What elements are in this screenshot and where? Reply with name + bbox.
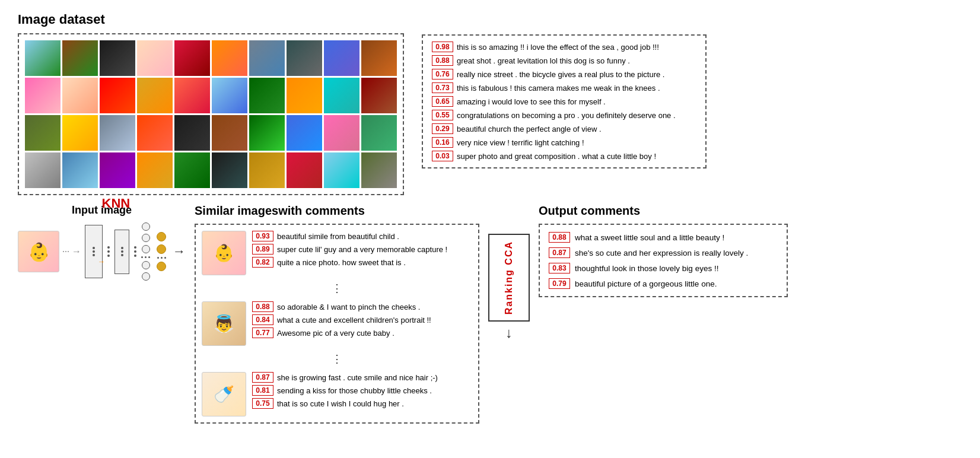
image-grid-cell xyxy=(361,115,397,151)
similar-comment-row: 0.93beautiful simile from beautiful chil… xyxy=(252,231,472,241)
output-box: 0.88what a sweet little soul and a littl… xyxy=(539,224,788,297)
output-score-badge: 0.87 xyxy=(549,247,570,258)
similar-score-badge: 0.75 xyxy=(252,398,273,409)
image-grid-cell xyxy=(174,78,210,113)
image-grid-cell xyxy=(212,115,247,151)
similar-comment-text: sending a kiss for those chubby little c… xyxy=(277,386,432,395)
comment-text: beautiful church the perfect angle of vi… xyxy=(457,125,602,133)
image-dataset-box xyxy=(18,33,404,195)
similar-score-badge: 0.87 xyxy=(252,372,273,383)
score-badge: 0.73 xyxy=(432,82,453,93)
image-grid-cell xyxy=(137,40,173,76)
output-comment-text: thoughtful look in those lovely big eyes… xyxy=(575,264,718,273)
image-grid-cell xyxy=(249,78,285,113)
similar-comment-text: super cute lil' guy and a very memorable… xyxy=(277,245,447,254)
dataset-comments-box: 0.98this is so amazing !! i love the eff… xyxy=(422,34,707,168)
similar-score-badge: 0.77 xyxy=(252,327,273,338)
dataset-comment-row: 0.16very nice view ! terrific light catc… xyxy=(432,137,696,148)
comment-text: very nice view ! terrific light catching… xyxy=(457,138,584,147)
comment-text: amazing i would love to see this for mys… xyxy=(457,97,606,106)
image-grid-cell xyxy=(100,115,135,151)
score-badge: 0.65 xyxy=(432,96,453,107)
score-badge: 0.16 xyxy=(432,137,453,148)
similar-image: 👶 xyxy=(202,231,246,275)
image-grid-cell xyxy=(62,115,98,151)
ranking-arrow-down: ↓ xyxy=(505,325,513,341)
knn-label: KNN xyxy=(102,196,131,211)
image-grid-cell xyxy=(174,40,210,76)
output-score-badge: 0.79 xyxy=(549,278,570,289)
output-comment-text: what a sweet little soul and a little be… xyxy=(575,233,724,242)
dataset-comment-row: 0.73this is fabulous ! this camera makes… xyxy=(432,82,696,93)
similar-comment-row: 0.84what a cute and excellent children's… xyxy=(252,314,472,325)
ranking-label: Ranking CCA xyxy=(504,241,514,314)
similar-comment-text: Awesome pic of a very cute baby . xyxy=(277,329,394,338)
similar-comment-text: she is growing fast . cute smile and nic… xyxy=(277,373,438,382)
similar-images-section: Similar imageswith comments 👶0.93beautif… xyxy=(195,204,479,424)
input-nn-row: 👶 → → xyxy=(18,222,186,281)
comment-text: really nice street . the bicycle gives a… xyxy=(457,70,664,79)
similar-comment-text: beautiful simile from beautiful child . xyxy=(277,232,399,241)
similar-group: 👶0.93beautiful simile from beautiful chi… xyxy=(202,231,472,275)
image-grid-cell xyxy=(249,40,285,76)
output-title: Output comments xyxy=(539,204,788,218)
similar-comments-list: 0.93beautiful simile from beautiful chil… xyxy=(252,231,472,268)
dataset-comment-row: 0.03super photo and great composition . … xyxy=(432,151,696,161)
image-grid-cell xyxy=(62,152,98,188)
similar-comment-row: 0.87she is growing fast . cute smile and… xyxy=(252,372,472,383)
image-grid-cell xyxy=(174,152,210,188)
similar-comment-text: what a cute and excellent children's por… xyxy=(277,316,431,325)
image-grid-cell xyxy=(25,115,61,151)
comment-text: great shot . great levitation lol this d… xyxy=(457,56,630,65)
comment-text: this is fabulous ! this camera makes me … xyxy=(457,84,660,93)
similar-score-badge: 0.88 xyxy=(252,301,273,312)
image-grid-cell xyxy=(62,78,98,113)
output-section: Output comments 0.88what a sweet little … xyxy=(539,204,788,297)
image-grid-cell xyxy=(324,40,359,76)
image-grid-cell xyxy=(174,115,210,151)
comment-text: congratulations on becoming a pro . you … xyxy=(457,111,676,120)
similar-group-divider: ⋮ xyxy=(202,351,472,367)
output-comment-text: she's so cute and her expression is real… xyxy=(575,249,748,257)
input-image-section: Input image 👶 → → xyxy=(18,204,186,281)
image-grid-cell xyxy=(212,78,247,113)
image-grid-cell xyxy=(137,152,173,188)
image-grid-cell xyxy=(249,152,285,188)
input-baby-photo: 👶 xyxy=(18,231,59,272)
similar-group: 🍼0.87she is growing fast . cute smile an… xyxy=(202,372,472,416)
image-grid-cell xyxy=(212,40,247,76)
image-dataset-title: Image dataset xyxy=(18,12,404,27)
dataset-comment-row: 0.65amazing i would love to see this for… xyxy=(432,96,696,107)
similar-comment-row: 0.82quite a nice photo. how sweet that i… xyxy=(252,257,472,268)
image-grid-cell xyxy=(324,115,359,151)
nn-dots-2 xyxy=(133,246,138,257)
image-grid-cell xyxy=(287,115,322,151)
comment-text: this is so amazing !! i love the effect … xyxy=(457,43,659,52)
dataset-comment-row: 0.29beautiful church the perfect angle o… xyxy=(432,123,696,134)
output-comment-row: 0.79beautiful picture of a gorgeous litt… xyxy=(549,278,778,289)
similar-comment-row: 0.89super cute lil' guy and a very memor… xyxy=(252,244,472,255)
similar-comment-row: 0.75that is so cute I wish I could hug h… xyxy=(252,398,472,409)
score-badge: 0.29 xyxy=(432,123,453,134)
output-score-badge: 0.88 xyxy=(549,232,570,243)
score-badge: 0.76 xyxy=(432,69,453,79)
dataset-comment-row: 0.98this is so amazing !! i love the eff… xyxy=(432,42,696,52)
similar-image: 👼 xyxy=(202,301,246,346)
nn-layer-2 xyxy=(114,230,129,274)
image-grid-cell xyxy=(137,115,173,151)
image-grid xyxy=(25,40,397,188)
output-comment-row: 0.83thoughtful look in those lovely big … xyxy=(549,263,778,273)
image-grid-cell xyxy=(361,78,397,113)
image-grid-cell xyxy=(287,152,322,188)
image-grid-cell xyxy=(324,78,359,113)
score-badge: 0.98 xyxy=(432,42,453,52)
image-grid-cell xyxy=(361,40,397,76)
similar-comment-row: 0.81sending a kiss for those chubby litt… xyxy=(252,385,472,396)
image-grid-cell xyxy=(287,40,322,76)
dataset-comment-row: 0.55congratulations on becoming a pro . … xyxy=(432,110,696,120)
output-comment-row: 0.87she's so cute and her expression is … xyxy=(549,247,778,258)
image-grid-cell xyxy=(25,40,61,76)
similar-score-badge: 0.93 xyxy=(252,231,273,241)
dataset-comment-row: 0.88great shot . great levitation lol th… xyxy=(432,55,696,66)
image-grid-cell xyxy=(361,152,397,188)
